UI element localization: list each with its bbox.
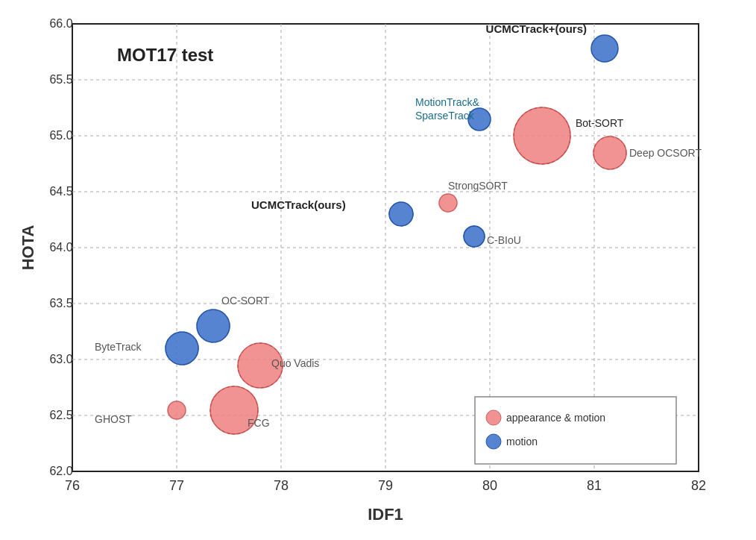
label-ucmctrack-plus: UCMCTrack+(ours)	[486, 22, 587, 35]
y-tick-95: 65.5	[49, 73, 72, 86]
y-axis-label: HOTA	[20, 225, 37, 271]
label-quo-vadis: Quo Vadis	[271, 357, 319, 369]
point-strongsort	[439, 194, 457, 212]
label-ghost: GHOST	[95, 413, 132, 425]
label-motiontrack1: MotionTrack&	[415, 96, 480, 108]
label-fcg: FCG	[248, 417, 270, 429]
legend-motion-label: motion	[506, 436, 538, 448]
y-tick-170: 65.0	[49, 129, 72, 142]
x-tick-81: 81	[587, 478, 602, 493]
label-motiontrack2: SparseTrack	[415, 110, 475, 122]
x-tick-82: 82	[691, 478, 706, 493]
y-tick-545: 62.5	[49, 409, 72, 421]
label-strongsort: StrongSORT	[448, 180, 508, 192]
x-tick-79: 79	[378, 478, 393, 493]
label-oc-sort: OC-SORT	[221, 295, 270, 307]
legend-motion-icon	[486, 434, 501, 449]
x-tick-80: 80	[482, 478, 497, 493]
y-tick-320: 64.0	[49, 241, 72, 254]
legend-appearance-label: appearance & motion	[506, 412, 605, 424]
y-tick-20: 66.0	[49, 17, 72, 30]
x-tick-77: 77	[169, 478, 184, 493]
x-tick-76: 76	[65, 478, 80, 493]
y-tick-620: 62.0	[49, 465, 72, 477]
chart-title: MOT17 test	[117, 45, 213, 65]
point-ucmctrack-plus	[591, 35, 618, 62]
chart-container: 76 77 78 79 80 81 82 62.0 62.5 63.0 63.5…	[20, 9, 736, 531]
x-axis-label: IDF1	[368, 505, 403, 524]
legend-appearance-icon	[486, 410, 501, 425]
label-bytetrack: ByteTrack	[95, 341, 142, 353]
point-ghost	[168, 401, 186, 419]
y-tick-245: 64.5	[49, 185, 72, 198]
y-tick-470: 63.0	[49, 353, 72, 365]
y-tick-395: 63.5	[49, 297, 72, 310]
label-bot-sort: Bot-SORT	[576, 117, 624, 129]
label-ucmctrack: UCMCTrack(ours)	[251, 198, 346, 211]
label-cbiou: C-BIoU	[487, 234, 521, 246]
x-tick-78: 78	[274, 478, 289, 493]
legend-box	[475, 397, 676, 464]
label-deep-ocsort: Deep OCSORT	[629, 147, 702, 159]
